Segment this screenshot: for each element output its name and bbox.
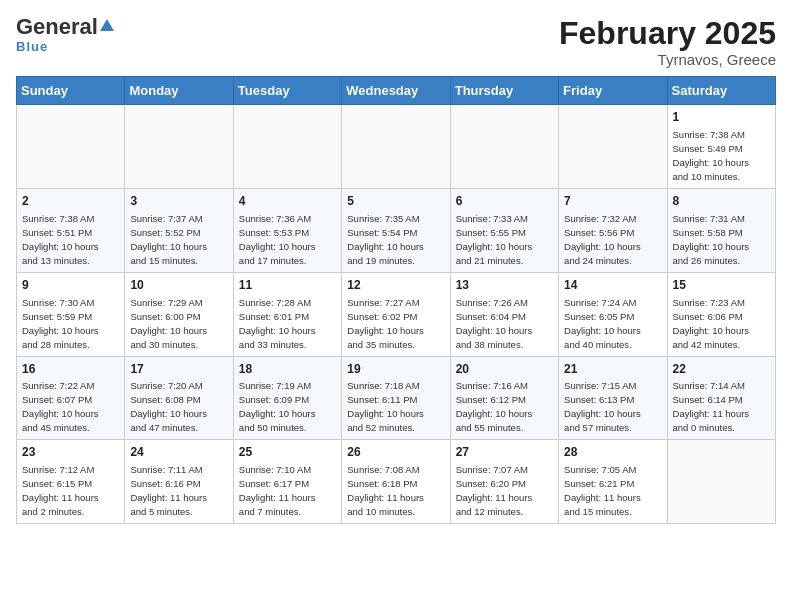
day-info: Sunrise: 7:26 AM Sunset: 6:04 PM Dayligh… bbox=[456, 297, 533, 350]
calendar-cell: 5Sunrise: 7:35 AM Sunset: 5:54 PM Daylig… bbox=[342, 188, 450, 272]
day-number: 13 bbox=[456, 277, 553, 294]
day-info: Sunrise: 7:19 AM Sunset: 6:09 PM Dayligh… bbox=[239, 380, 316, 433]
calendar-header-row: SundayMondayTuesdayWednesdayThursdayFrid… bbox=[17, 77, 776, 105]
calendar-cell: 4Sunrise: 7:36 AM Sunset: 5:53 PM Daylig… bbox=[233, 188, 341, 272]
calendar-cell: 11Sunrise: 7:28 AM Sunset: 6:01 PM Dayli… bbox=[233, 272, 341, 356]
calendar-cell: 19Sunrise: 7:18 AM Sunset: 6:11 PM Dayli… bbox=[342, 356, 450, 440]
day-info: Sunrise: 7:11 AM Sunset: 6:16 PM Dayligh… bbox=[130, 464, 207, 517]
calendar-header-tuesday: Tuesday bbox=[233, 77, 341, 105]
calendar-header-saturday: Saturday bbox=[667, 77, 775, 105]
day-number: 11 bbox=[239, 277, 336, 294]
day-info: Sunrise: 7:08 AM Sunset: 6:18 PM Dayligh… bbox=[347, 464, 424, 517]
day-info: Sunrise: 7:12 AM Sunset: 6:15 PM Dayligh… bbox=[22, 464, 99, 517]
day-info: Sunrise: 7:37 AM Sunset: 5:52 PM Dayligh… bbox=[130, 213, 207, 266]
day-info: Sunrise: 7:36 AM Sunset: 5:53 PM Dayligh… bbox=[239, 213, 316, 266]
day-info: Sunrise: 7:20 AM Sunset: 6:08 PM Dayligh… bbox=[130, 380, 207, 433]
day-number: 22 bbox=[673, 361, 770, 378]
day-info: Sunrise: 7:23 AM Sunset: 6:06 PM Dayligh… bbox=[673, 297, 750, 350]
page-title: February 2025 bbox=[559, 16, 776, 51]
day-number: 18 bbox=[239, 361, 336, 378]
calendar-cell: 7Sunrise: 7:32 AM Sunset: 5:56 PM Daylig… bbox=[559, 188, 667, 272]
svg-marker-0 bbox=[100, 19, 114, 31]
day-number: 20 bbox=[456, 361, 553, 378]
day-info: Sunrise: 7:15 AM Sunset: 6:13 PM Dayligh… bbox=[564, 380, 641, 433]
day-number: 25 bbox=[239, 444, 336, 461]
day-info: Sunrise: 7:14 AM Sunset: 6:14 PM Dayligh… bbox=[673, 380, 750, 433]
day-number: 14 bbox=[564, 277, 661, 294]
calendar-cell: 14Sunrise: 7:24 AM Sunset: 6:05 PM Dayli… bbox=[559, 272, 667, 356]
day-info: Sunrise: 7:27 AM Sunset: 6:02 PM Dayligh… bbox=[347, 297, 424, 350]
day-number: 8 bbox=[673, 193, 770, 210]
calendar-cell: 9Sunrise: 7:30 AM Sunset: 5:59 PM Daylig… bbox=[17, 272, 125, 356]
day-info: Sunrise: 7:24 AM Sunset: 6:05 PM Dayligh… bbox=[564, 297, 641, 350]
day-info: Sunrise: 7:35 AM Sunset: 5:54 PM Dayligh… bbox=[347, 213, 424, 266]
page-subtitle: Tyrnavos, Greece bbox=[559, 51, 776, 68]
calendar-cell bbox=[125, 105, 233, 189]
calendar-header-sunday: Sunday bbox=[17, 77, 125, 105]
calendar-cell: 24Sunrise: 7:11 AM Sunset: 6:16 PM Dayli… bbox=[125, 440, 233, 524]
day-info: Sunrise: 7:05 AM Sunset: 6:21 PM Dayligh… bbox=[564, 464, 641, 517]
calendar-header-wednesday: Wednesday bbox=[342, 77, 450, 105]
day-number: 9 bbox=[22, 277, 119, 294]
logo-icon bbox=[98, 17, 116, 35]
logo: General Blue bbox=[16, 16, 116, 54]
calendar-cell: 8Sunrise: 7:31 AM Sunset: 5:58 PM Daylig… bbox=[667, 188, 775, 272]
calendar-cell bbox=[342, 105, 450, 189]
day-info: Sunrise: 7:22 AM Sunset: 6:07 PM Dayligh… bbox=[22, 380, 99, 433]
logo-general: General bbox=[16, 14, 98, 39]
day-number: 12 bbox=[347, 277, 444, 294]
day-number: 10 bbox=[130, 277, 227, 294]
day-number: 17 bbox=[130, 361, 227, 378]
day-info: Sunrise: 7:10 AM Sunset: 6:17 PM Dayligh… bbox=[239, 464, 316, 517]
day-info: Sunrise: 7:30 AM Sunset: 5:59 PM Dayligh… bbox=[22, 297, 99, 350]
title-block: February 2025 Tyrnavos, Greece bbox=[559, 16, 776, 68]
calendar-cell: 26Sunrise: 7:08 AM Sunset: 6:18 PM Dayli… bbox=[342, 440, 450, 524]
logo-blue: Blue bbox=[16, 39, 48, 54]
calendar-cell: 16Sunrise: 7:22 AM Sunset: 6:07 PM Dayli… bbox=[17, 356, 125, 440]
day-number: 19 bbox=[347, 361, 444, 378]
calendar-cell: 15Sunrise: 7:23 AM Sunset: 6:06 PM Dayli… bbox=[667, 272, 775, 356]
calendar-header-thursday: Thursday bbox=[450, 77, 558, 105]
calendar-cell: 23Sunrise: 7:12 AM Sunset: 6:15 PM Dayli… bbox=[17, 440, 125, 524]
calendar-cell bbox=[667, 440, 775, 524]
day-number: 5 bbox=[347, 193, 444, 210]
calendar-cell bbox=[450, 105, 558, 189]
calendar-cell: 6Sunrise: 7:33 AM Sunset: 5:55 PM Daylig… bbox=[450, 188, 558, 272]
day-number: 4 bbox=[239, 193, 336, 210]
calendar-cell: 12Sunrise: 7:27 AM Sunset: 6:02 PM Dayli… bbox=[342, 272, 450, 356]
calendar-cell: 17Sunrise: 7:20 AM Sunset: 6:08 PM Dayli… bbox=[125, 356, 233, 440]
day-number: 1 bbox=[673, 109, 770, 126]
day-info: Sunrise: 7:31 AM Sunset: 5:58 PM Dayligh… bbox=[673, 213, 750, 266]
day-info: Sunrise: 7:16 AM Sunset: 6:12 PM Dayligh… bbox=[456, 380, 533, 433]
day-number: 3 bbox=[130, 193, 227, 210]
day-number: 27 bbox=[456, 444, 553, 461]
calendar-header-friday: Friday bbox=[559, 77, 667, 105]
calendar-cell: 13Sunrise: 7:26 AM Sunset: 6:04 PM Dayli… bbox=[450, 272, 558, 356]
page-header: General Blue February 2025 Tyrnavos, Gre… bbox=[16, 16, 776, 68]
day-info: Sunrise: 7:38 AM Sunset: 5:51 PM Dayligh… bbox=[22, 213, 99, 266]
day-info: Sunrise: 7:29 AM Sunset: 6:00 PM Dayligh… bbox=[130, 297, 207, 350]
calendar-week-5: 23Sunrise: 7:12 AM Sunset: 6:15 PM Dayli… bbox=[17, 440, 776, 524]
calendar-cell: 20Sunrise: 7:16 AM Sunset: 6:12 PM Dayli… bbox=[450, 356, 558, 440]
calendar-cell bbox=[233, 105, 341, 189]
day-info: Sunrise: 7:28 AM Sunset: 6:01 PM Dayligh… bbox=[239, 297, 316, 350]
day-number: 21 bbox=[564, 361, 661, 378]
day-info: Sunrise: 7:07 AM Sunset: 6:20 PM Dayligh… bbox=[456, 464, 533, 517]
day-number: 23 bbox=[22, 444, 119, 461]
calendar-cell bbox=[17, 105, 125, 189]
day-info: Sunrise: 7:33 AM Sunset: 5:55 PM Dayligh… bbox=[456, 213, 533, 266]
day-info: Sunrise: 7:18 AM Sunset: 6:11 PM Dayligh… bbox=[347, 380, 424, 433]
day-number: 26 bbox=[347, 444, 444, 461]
calendar-cell: 3Sunrise: 7:37 AM Sunset: 5:52 PM Daylig… bbox=[125, 188, 233, 272]
day-number: 2 bbox=[22, 193, 119, 210]
day-info: Sunrise: 7:38 AM Sunset: 5:49 PM Dayligh… bbox=[673, 129, 750, 182]
calendar-cell: 22Sunrise: 7:14 AM Sunset: 6:14 PM Dayli… bbox=[667, 356, 775, 440]
calendar-week-4: 16Sunrise: 7:22 AM Sunset: 6:07 PM Dayli… bbox=[17, 356, 776, 440]
day-info: Sunrise: 7:32 AM Sunset: 5:56 PM Dayligh… bbox=[564, 213, 641, 266]
calendar-week-3: 9Sunrise: 7:30 AM Sunset: 5:59 PM Daylig… bbox=[17, 272, 776, 356]
day-number: 24 bbox=[130, 444, 227, 461]
day-number: 15 bbox=[673, 277, 770, 294]
day-number: 6 bbox=[456, 193, 553, 210]
day-number: 7 bbox=[564, 193, 661, 210]
calendar-cell: 1Sunrise: 7:38 AM Sunset: 5:49 PM Daylig… bbox=[667, 105, 775, 189]
